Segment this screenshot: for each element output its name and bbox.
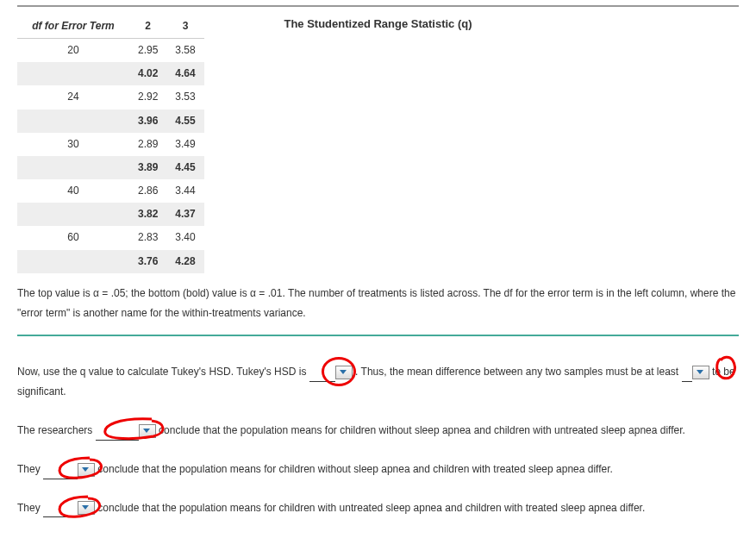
blank-they-2	[43, 516, 78, 517]
cell-df	[17, 110, 129, 133]
cell-c3: 4.37	[166, 203, 203, 226]
cell-c3: 4.28	[166, 250, 203, 273]
table-row: 4.024.64	[17, 62, 204, 85]
question-researchers: The researchers conclude that the popula…	[17, 421, 739, 441]
table-row: 3.764.28	[17, 250, 204, 273]
q2-post: conclude that the population means for c…	[159, 424, 685, 436]
th-3: 3	[166, 15, 203, 39]
table-row: 3.964.55	[17, 110, 204, 133]
cell-c3: 3.40	[166, 226, 203, 249]
top-rule	[17, 5, 739, 7]
cell-c2: 3.96	[129, 110, 166, 133]
cell-df	[17, 203, 129, 226]
cell-c2: 4.02	[129, 62, 166, 85]
dropdown-hsd-value[interactable]	[335, 366, 353, 379]
dropdown-they-1[interactable]	[78, 463, 95, 477]
blank-they-1	[43, 479, 78, 479]
cell-c2: 2.83	[129, 226, 166, 249]
dropdown-researchers[interactable]	[139, 424, 156, 438]
cell-c2: 3.82	[129, 203, 166, 226]
q2-pre: The researchers	[17, 424, 96, 436]
dropdown-they-2[interactable]	[78, 501, 95, 515]
q-table: df for Error Term 2 3 202.953.584.024.64…	[17, 15, 204, 273]
cell-df: 40	[17, 179, 129, 203]
table-row: 402.863.44	[17, 179, 204, 203]
th-2: 2	[129, 15, 166, 39]
question-they-2: They conclude that the population means …	[17, 498, 739, 518]
cell-df	[17, 250, 129, 273]
cell-c2: 3.89	[129, 156, 166, 179]
cell-c3: 4.64	[166, 62, 203, 85]
th-df: df for Error Term	[17, 15, 129, 39]
table-row: 242.923.53	[17, 85, 204, 109]
cell-c3: 4.45	[166, 156, 203, 179]
cell-c3: 3.58	[166, 38, 203, 62]
cell-c3: 3.49	[166, 133, 203, 156]
question-they-1: They conclude that the population means …	[17, 460, 739, 479]
blank-hsd-value	[309, 381, 335, 382]
cell-c2: 2.86	[129, 179, 166, 203]
cell-df	[17, 156, 129, 179]
table-row: 302.893.49	[17, 133, 204, 156]
section-rule	[17, 335, 739, 336]
cell-c2: 2.95	[129, 38, 166, 62]
dropdown-min-diff[interactable]	[692, 366, 709, 379]
cell-df	[17, 62, 129, 85]
cell-c2: 2.92	[129, 85, 166, 109]
blank-min-diff	[682, 381, 692, 382]
table-row: 3.824.37	[17, 203, 204, 226]
cell-df: 24	[17, 85, 129, 109]
cell-df: 30	[17, 133, 129, 156]
cell-c3: 3.53	[166, 85, 203, 109]
q3-pre: They	[17, 463, 43, 475]
cell-c3: 4.55	[166, 110, 203, 133]
table-row: 202.953.58	[17, 38, 204, 62]
cell-c2: 3.76	[129, 250, 166, 273]
table-row: 602.833.40	[17, 226, 204, 249]
q1-mid: . Thus, the mean difference between any …	[355, 366, 681, 378]
q1-pre: Now, use the q value to calculate Tukey'…	[17, 366, 306, 378]
table-note: The top value is α = .05; the bottom (bo…	[17, 284, 739, 323]
q4-pre: They	[17, 502, 43, 514]
blank-researchers	[96, 440, 139, 441]
q3-post: conclude that the population means for c…	[97, 463, 613, 475]
table-row: 3.894.45	[17, 156, 204, 179]
cell-df: 60	[17, 226, 129, 249]
cell-c3: 3.44	[166, 179, 203, 203]
question-hsd: Now, use the q value to calculate Tukey'…	[17, 362, 739, 402]
cell-c2: 2.89	[129, 133, 166, 156]
cell-df: 20	[17, 38, 129, 62]
q4-post: conclude that the population means for c…	[97, 502, 645, 514]
